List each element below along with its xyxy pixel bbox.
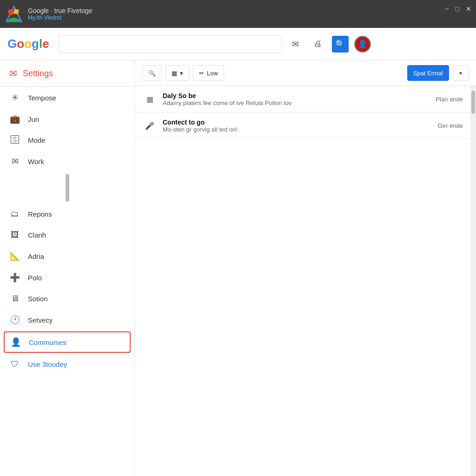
email-meta-0: Plan ande bbox=[436, 96, 463, 103]
sidebar-label-mode: Mode bbox=[28, 136, 46, 144]
search-button[interactable]: 🔍 bbox=[332, 36, 349, 53]
toolbar-filter-button[interactable]: ▦ ▾ bbox=[165, 65, 189, 81]
polo-icon: ➕ bbox=[9, 272, 20, 283]
avatar-icon: 👤 bbox=[358, 40, 367, 48]
setvecy-icon: 🕐 bbox=[9, 315, 20, 325]
avatar-button[interactable]: 👤 bbox=[354, 36, 371, 53]
settings-mail-icon: ✉ bbox=[9, 68, 17, 79]
sidebar-label-sotion: Sotion bbox=[28, 295, 48, 303]
email-item-0[interactable]: ▦ Daly So be Adamy platers fee come of i… bbox=[135, 86, 470, 112]
mode-icon: 🅂 bbox=[9, 135, 20, 145]
close-button[interactable]: ✕ bbox=[466, 6, 471, 12]
sidebar-label-work: Work bbox=[28, 158, 44, 165]
email-body-0: Daly So be Adamy platers fee come of ive… bbox=[163, 92, 430, 106]
sidebar-bottom-items: 🗂 Repons 🖼 Clanh 📐 Adria ➕ Polo 🖥 Sotion… bbox=[0, 204, 134, 476]
use-stoudey-icon: 🛡 bbox=[9, 359, 20, 369]
sidebar-item-tempose[interactable]: ✳ Tempose bbox=[0, 87, 134, 108]
toolbar-search-icon: 🔍 bbox=[148, 70, 156, 77]
titlebar-text: Google · true Fivetoge My.lth Viednd bbox=[28, 7, 93, 21]
titlebar: Google · true Fivetoge My.lth Viednd − □… bbox=[0, 0, 476, 28]
email-preview-0: Adamy platers fee come of ive Retula Pot… bbox=[163, 99, 430, 106]
toolbar-low-button[interactable]: ✏ Low bbox=[193, 65, 224, 81]
email-icon-1: 🎤 bbox=[142, 118, 157, 133]
sidebar-label-polo: Polo bbox=[28, 274, 42, 282]
sidebar-top-items: ✳ Tempose 💼 Jun 🅂 Mode ✉ Work bbox=[0, 87, 134, 172]
print-icon: 🖨 bbox=[314, 39, 322, 49]
email-body-1: Contect to go Mo-sten gr gorvig all ted … bbox=[163, 119, 432, 133]
low-label: Low bbox=[207, 70, 218, 77]
main-toolbar: 🔍 ▦ ▾ ✏ Low Spat Ermal ▪ bbox=[135, 60, 476, 86]
adria-icon: 📐 bbox=[9, 251, 20, 261]
sotion-icon: 🖥 bbox=[9, 294, 20, 304]
sidebar-item-commumes[interactable]: 👤 Commumes bbox=[4, 331, 131, 353]
scroll-thumb bbox=[66, 174, 69, 202]
sidebar-header: ✉ Settings bbox=[0, 60, 134, 87]
sidebar-item-repons[interactable]: 🗂 Repons bbox=[0, 204, 134, 225]
titlebar-controls: − □ ✕ bbox=[445, 6, 471, 12]
filter-dropdown-icon: ▾ bbox=[180, 70, 183, 77]
search-icon: 🔍 bbox=[335, 39, 345, 49]
tempose-icon: ✳ bbox=[9, 93, 20, 103]
archive-button[interactable]: ▪ bbox=[453, 65, 469, 81]
sidebar-label-jun: Jun bbox=[28, 115, 39, 123]
edit-icon: ✏ bbox=[199, 70, 204, 77]
sidebar-label-use-stoudey: Use 3toudey bbox=[28, 360, 67, 368]
titlebar-title: Google · true Fivetoge bbox=[28, 7, 93, 14]
main-content: 🔍 ▦ ▾ ✏ Low Spat Ermal ▪ ▦ bbox=[135, 60, 476, 476]
app-container: ✉ Settings ✳ Tempose 💼 Jun 🅂 Mode ✉ Work bbox=[0, 60, 476, 476]
work-icon: ✉ bbox=[9, 156, 20, 166]
spat-ermal-label: Spat Ermal bbox=[413, 70, 443, 77]
sidebar-title: Settings bbox=[23, 69, 53, 79]
sidebar-label-tempose: Tempose bbox=[28, 94, 56, 102]
email-sender-0: Daly So be bbox=[163, 92, 430, 99]
sidebar-label-repons: Repons bbox=[28, 210, 52, 218]
sidebar: ✉ Settings ✳ Tempose 💼 Jun 🅂 Mode ✉ Work bbox=[0, 60, 135, 476]
sidebar-label-commumes: Commumes bbox=[29, 338, 66, 346]
sidebar-item-jun[interactable]: 💼 Jun bbox=[0, 108, 134, 130]
print-icon-button[interactable]: 🖨 bbox=[310, 36, 326, 53]
email-sender-1: Contect to go bbox=[163, 119, 432, 126]
google-logo-icon bbox=[5, 5, 23, 23]
maximize-button[interactable]: □ bbox=[456, 6, 459, 12]
sidebar-item-work[interactable]: ✉ Work bbox=[0, 151, 134, 172]
sidebar-item-adria[interactable]: 📐 Adria bbox=[0, 245, 134, 267]
commumes-icon: 👤 bbox=[10, 337, 21, 347]
jun-icon: 💼 bbox=[9, 114, 20, 124]
email-item-1[interactable]: 🎤 Contect to go Mo-sten gr gorvig all te… bbox=[135, 112, 470, 139]
sidebar-item-polo[interactable]: ➕ Polo bbox=[0, 267, 134, 288]
email-icon-0: ▦ bbox=[142, 92, 157, 106]
header: Google ✉ 🖨 🔍 👤 bbox=[0, 28, 476, 60]
email-list: ▦ Daly So be Adamy platers fee come of i… bbox=[135, 86, 470, 476]
email-meta-1: Girr ende bbox=[438, 122, 463, 129]
clanh-icon: 🖼 bbox=[9, 230, 20, 240]
sidebar-item-clanh[interactable]: 🖼 Clanh bbox=[0, 225, 134, 245]
sidebar-label-adria: Adria bbox=[28, 252, 44, 260]
filter-icon: ▦ bbox=[172, 70, 177, 77]
repons-icon: 🗂 bbox=[9, 209, 20, 219]
minimize-button[interactable]: − bbox=[445, 6, 449, 12]
mail-icon-button[interactable]: ✉ bbox=[287, 36, 304, 53]
spat-ermal-button[interactable]: Spat Ermal bbox=[407, 65, 449, 81]
sidebar-label-setvecy: Setvecy bbox=[28, 316, 53, 324]
google-wordmark: Google bbox=[7, 37, 53, 51]
svg-rect-1 bbox=[8, 9, 15, 16]
search-input[interactable] bbox=[59, 35, 282, 53]
titlebar-subtitle: My.lth Viednd bbox=[28, 14, 93, 21]
sidebar-item-setvecy[interactable]: 🕐 Setvecy bbox=[0, 309, 134, 331]
sidebar-item-mode[interactable]: 🅂 Mode bbox=[0, 130, 134, 151]
right-scroll-thumb bbox=[471, 91, 475, 114]
right-scrollbar[interactable] bbox=[470, 86, 476, 476]
sidebar-scrollbar bbox=[0, 172, 134, 204]
mail-icon: ✉ bbox=[292, 39, 299, 49]
sidebar-item-use-stoudey[interactable]: 🛡 Use 3toudey bbox=[0, 354, 134, 375]
svg-rect-2 bbox=[13, 9, 19, 14]
sidebar-label-clanh: Clanh bbox=[28, 231, 46, 239]
toolbar-search-button[interactable]: 🔍 bbox=[142, 65, 162, 81]
archive-icon: ▪ bbox=[459, 68, 462, 78]
sidebar-item-sotion[interactable]: 🖥 Sotion bbox=[0, 288, 134, 309]
email-preview-1: Mo-sten gr gorvig all ted on! bbox=[163, 126, 432, 133]
